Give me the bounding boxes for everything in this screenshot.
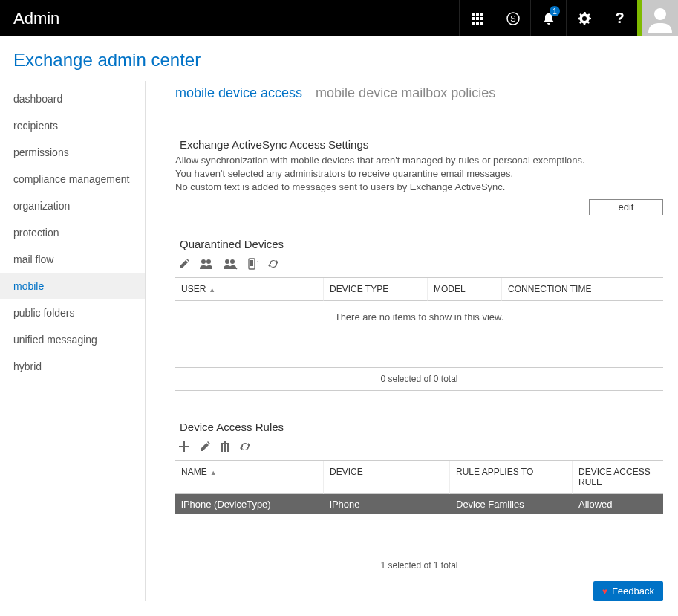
svg-rect-18 <box>250 260 253 266</box>
cell-access-rule: Allowed <box>573 494 663 514</box>
svg-point-13 <box>206 259 211 264</box>
activesync-section: Exchange ActiveSync Access Settings Allo… <box>175 138 663 215</box>
help-icon[interactable]: ? <box>602 0 637 36</box>
svg-rect-24 <box>221 444 223 452</box>
sidebar-item-mailflow[interactable]: mail flow <box>0 246 145 273</box>
activesync-title: Exchange ActiveSync Access Settings <box>175 138 663 151</box>
sidebar: dashboard recipients permissions complia… <box>0 81 146 601</box>
sort-asc-icon: ▲ <box>210 469 217 476</box>
sidebar-item-compliance[interactable]: compliance management <box>0 166 145 192</box>
allow-users-icon[interactable] <box>199 258 214 270</box>
rules-section: Device Access Rules NAME▲ DEVICE RULE AP… <box>175 421 663 577</box>
svg-point-14 <box>225 259 229 264</box>
svg-rect-21 <box>179 446 189 447</box>
sidebar-item-permissions[interactable]: permissions <box>0 139 145 166</box>
feedback-label: Feedback <box>612 586 654 597</box>
refresh-icon[interactable] <box>267 258 279 270</box>
heart-icon: ♥ <box>602 586 607 597</box>
svg-rect-4 <box>476 17 479 20</box>
app-title: Admin <box>0 9 459 28</box>
sidebar-item-publicfolders[interactable]: public folders <box>0 299 145 326</box>
svg-rect-26 <box>227 444 229 452</box>
activesync-line3: No custom text is added to messages sent… <box>175 181 663 194</box>
quarantined-toolbar: + <box>175 253 663 277</box>
sidebar-item-unifiedmessaging[interactable]: unified messaging <box>0 326 145 353</box>
sidebar-item-dashboard[interactable]: dashboard <box>0 85 145 112</box>
main-content: mobile device access mobile device mailb… <box>146 81 678 601</box>
activesync-desc: Allow synchronization with mobile device… <box>175 154 663 195</box>
top-icons: S 1 ? <box>459 0 637 36</box>
rules-table: NAME▲ DEVICE RULE APPLIES TO DEVICE ACCE… <box>175 460 663 577</box>
tab-mobile-device-mailbox-policies[interactable]: mobile device mailbox policies <box>316 85 495 101</box>
activesync-line2: You haven't selected any administrators … <box>175 167 663 181</box>
edit-icon[interactable] <box>178 258 190 270</box>
q-col-model[interactable]: MODEL <box>428 278 502 301</box>
svg-point-11 <box>654 8 666 20</box>
quarantined-footer: 0 selected of 0 total <box>175 367 663 390</box>
svg-point-12 <box>201 259 206 264</box>
svg-rect-8 <box>480 22 483 25</box>
notifications-icon[interactable]: 1 <box>530 0 566 36</box>
svg-text:S: S <box>510 14 515 23</box>
rules-toolbar <box>175 436 663 460</box>
quarantined-table: USER▲ DEVICE TYPE MODEL CONNECTION TIME … <box>175 277 663 391</box>
edit-button[interactable]: edit <box>589 199 663 215</box>
activesync-line1: Allow synchronization with mobile device… <box>175 154 663 167</box>
svg-rect-7 <box>476 22 479 25</box>
r-col-name[interactable]: NAME▲ <box>175 461 324 494</box>
quarantined-title: Quarantined Devices <box>175 238 663 250</box>
page-title: Exchange admin center <box>0 36 678 81</box>
rules-table-head: NAME▲ DEVICE RULE APPLIES TO DEVICE ACCE… <box>175 461 663 494</box>
quarantined-table-head: USER▲ DEVICE TYPE MODEL CONNECTION TIME <box>175 278 663 301</box>
sidebar-item-hybrid[interactable]: hybrid <box>0 353 145 380</box>
quarantined-section: Quarantined Devices + USER▲ DEVICE TYPE … <box>175 238 663 391</box>
svg-rect-22 <box>221 443 229 444</box>
r-col-applies-to[interactable]: RULE APPLIES TO <box>450 461 573 494</box>
table-row[interactable]: iPhone (DeviceType) iPhone Device Famili… <box>175 494 663 514</box>
q-col-user[interactable]: USER▲ <box>175 278 324 301</box>
top-header: Admin S 1 ? <box>0 0 678 36</box>
tabs: mobile device access mobile device mailb… <box>175 85 663 101</box>
cell-name: iPhone (DeviceType) <box>175 494 324 514</box>
svg-rect-0 <box>472 13 475 16</box>
tab-mobile-device-access[interactable]: mobile device access <box>175 85 302 101</box>
rules-footer: 1 selected of 1 total <box>175 554 663 577</box>
refresh-rules-icon[interactable] <box>239 441 251 453</box>
rules-title: Device Access Rules <box>175 421 663 433</box>
r-col-device[interactable]: DEVICE <box>324 461 450 494</box>
svg-rect-23 <box>224 441 226 443</box>
q-col-device-type[interactable]: DEVICE TYPE <box>324 278 428 301</box>
svg-rect-2 <box>480 13 483 16</box>
edit-rule-icon[interactable] <box>199 441 211 453</box>
sidebar-item-protection[interactable]: protection <box>0 219 145 246</box>
sidebar-item-mobile[interactable]: mobile <box>0 273 145 299</box>
device-wipe-icon[interactable]: + <box>247 258 258 270</box>
svg-text:+: + <box>257 258 258 265</box>
settings-icon[interactable] <box>566 0 602 36</box>
sidebar-item-recipients[interactable]: recipients <box>0 112 145 139</box>
svg-rect-6 <box>472 22 475 25</box>
feedback-button[interactable]: ♥ Feedback <box>593 581 663 601</box>
cell-applies-to: Device Families <box>450 494 573 514</box>
skype-icon[interactable]: S <box>495 0 530 36</box>
sidebar-item-organization[interactable]: organization <box>0 192 145 219</box>
apps-icon[interactable] <box>459 0 495 36</box>
notification-badge: 1 <box>550 6 560 16</box>
svg-rect-1 <box>476 13 479 16</box>
cell-device: iPhone <box>324 494 450 514</box>
add-icon[interactable] <box>178 441 190 453</box>
sort-asc-icon: ▲ <box>209 286 215 294</box>
q-col-connection-time[interactable]: CONNECTION TIME <box>502 278 663 301</box>
avatar[interactable] <box>642 0 678 36</box>
r-col-access-rule[interactable]: DEVICE ACCESS RULE <box>573 461 663 494</box>
svg-point-15 <box>230 259 235 264</box>
svg-rect-5 <box>480 17 483 20</box>
block-users-icon[interactable] <box>223 258 238 270</box>
svg-rect-25 <box>224 444 226 452</box>
quarantined-empty: There are no items to show in this view. <box>175 301 663 367</box>
svg-rect-3 <box>472 17 475 20</box>
delete-icon[interactable] <box>220 441 230 453</box>
